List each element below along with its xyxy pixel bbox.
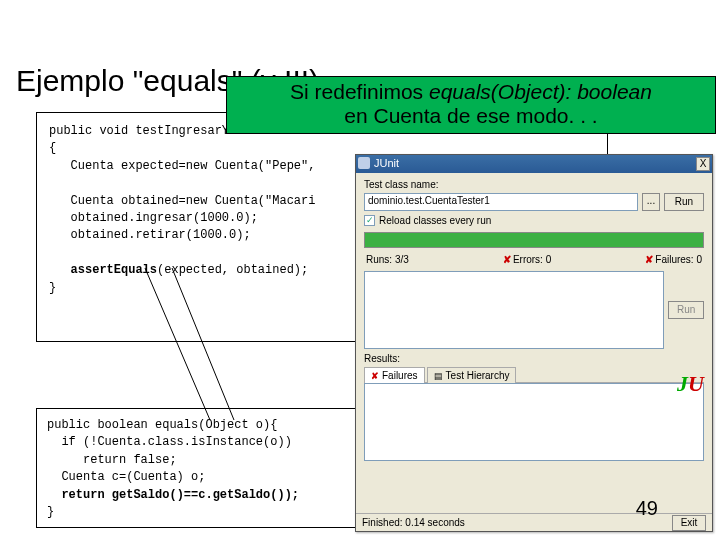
junit-window: JUnit X Test class name: dominio.test.Cu…	[355, 154, 713, 532]
runs-stat: Runs: 3/3	[366, 254, 409, 265]
slide-number: 49	[636, 497, 658, 520]
logo-u: U	[688, 371, 704, 396]
tab-hierarchy[interactable]: ▤Test Hierarchy	[427, 367, 517, 383]
testclass-label: Test class name:	[364, 179, 704, 190]
errors-stat: ✘Errors: 0	[503, 254, 551, 265]
messages-area[interactable]	[364, 271, 664, 349]
run-button-2: Run	[668, 301, 704, 319]
code-line: Cuenta c=(Cuenta) o;	[47, 470, 205, 484]
code-line: if (!Cuenta.class.isInstance(o))	[47, 435, 292, 449]
callout-line2: en Cuenta de ese modo. . .	[227, 104, 715, 128]
run-button[interactable]: Run	[664, 193, 704, 211]
callout-italic: equals(Object): boolean	[429, 80, 652, 103]
failures-stat: ✘Failures: 0	[645, 254, 702, 265]
code-box-equals: public boolean equals(Object o){ if (!Cu…	[36, 408, 372, 528]
code-line: obtained.ingresar(1000.0);	[49, 211, 258, 225]
logo-j: J	[677, 371, 688, 396]
progress-bar	[364, 232, 704, 248]
code-line: Cuenta expected=new Cuenta("Pepe",	[49, 159, 315, 173]
close-icon[interactable]: X	[696, 157, 710, 171]
exit-button[interactable]: Exit	[672, 515, 706, 531]
status-text: Finished: 0.14 seconds	[362, 517, 465, 528]
callout-text: Si redefinimos	[290, 80, 429, 103]
junit-titlebar[interactable]: JUnit X	[356, 155, 712, 173]
tab-failures[interactable]: ✘Failures	[364, 367, 425, 383]
code-assert: assertEquals	[71, 263, 157, 277]
code-line: Cuenta obtained=new Cuenta("Macari	[49, 194, 315, 208]
reload-checkbox[interactable]: ✓	[364, 215, 375, 226]
code-line: }	[47, 505, 54, 519]
status-bar: Finished: 0.14 seconds Exit	[356, 513, 712, 531]
code-line	[49, 263, 71, 277]
code-line: }	[49, 281, 56, 295]
results-label: Results:	[364, 353, 704, 364]
stats-row: Runs: 3/3 ✘Errors: 0 ✘Failures: 0	[364, 254, 704, 265]
junit-logo: JU	[677, 371, 704, 397]
reload-label: Reload classes every run	[379, 215, 491, 226]
code-line: (expected, obtained);	[157, 263, 308, 277]
browse-button[interactable]: ...	[642, 193, 660, 211]
callout-box: Si redefinimos equals(Object): boolean e…	[226, 76, 716, 134]
junit-app-icon	[358, 157, 370, 169]
testclass-input[interactable]: dominio.test.CuentaTester1	[364, 193, 638, 211]
code-line	[47, 488, 61, 502]
callout-line1: Si redefinimos equals(Object): boolean	[227, 80, 715, 104]
tabs-bar: ✘Failures ▤Test Hierarchy	[364, 366, 704, 383]
code-line: public boolean equals(Object o){	[47, 418, 277, 432]
code-line: return false;	[47, 453, 177, 467]
junit-body: Test class name: dominio.test.CuentaTest…	[356, 173, 712, 467]
code-line: obtained.retirar(1000.0);	[49, 228, 251, 242]
code-return: return getSaldo()==c.getSaldo());	[61, 488, 299, 502]
results-area[interactable]	[364, 383, 704, 461]
code-line: {	[49, 141, 56, 155]
junit-title-text: JUnit	[374, 157, 399, 169]
